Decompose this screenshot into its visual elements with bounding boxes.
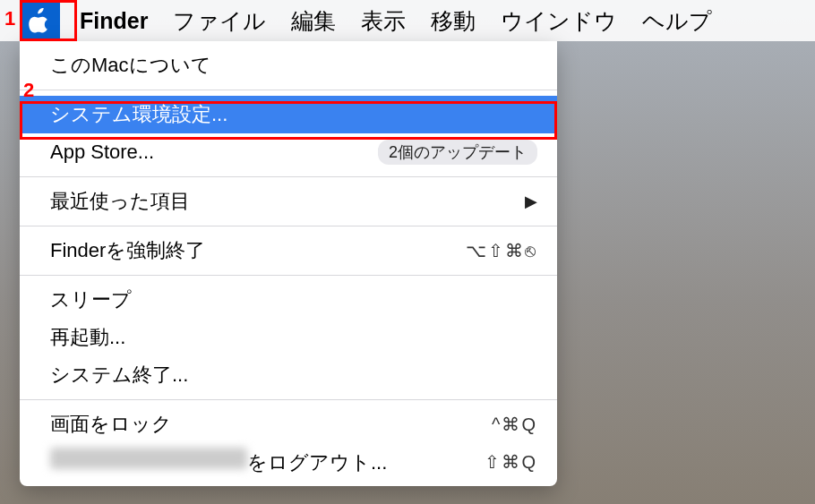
menubar: Finder ファイル 編集 表示 移動 ウインドウ ヘルプ xyxy=(0,0,815,41)
logout-suffix: をログアウト... xyxy=(247,451,387,474)
menubar-item-file[interactable]: ファイル xyxy=(160,0,279,41)
menubar-app-name[interactable]: Finder xyxy=(60,0,160,41)
blurred-username xyxy=(50,448,247,469)
menubar-item-help[interactable]: ヘルプ xyxy=(630,0,725,41)
menu-app-store[interactable]: App Store... 2個のアップデート xyxy=(20,133,557,171)
menu-sleep[interactable]: スリープ xyxy=(20,281,557,319)
menu-label: 最近使った項目 xyxy=(50,188,525,215)
menubar-item-window[interactable]: ウインドウ xyxy=(488,0,630,41)
menu-label: システム環境設定... xyxy=(50,101,537,128)
menu-label: システム終了... xyxy=(50,362,537,389)
menu-separator xyxy=(20,226,557,226)
menu-force-quit[interactable]: Finderを強制終了 ⌥⇧⌘⎋ xyxy=(20,232,557,269)
update-badge: 2個のアップデート xyxy=(378,140,537,165)
menu-label: をログアウト... xyxy=(50,448,485,476)
menubar-item-view[interactable]: 表示 xyxy=(348,0,418,41)
menu-label: 再起動... xyxy=(50,324,537,351)
menu-separator xyxy=(20,275,557,276)
menu-recent-items[interactable]: 最近使った項目 ▶ xyxy=(20,183,557,220)
menu-logout[interactable]: をログアウト... ⇧⌘Q xyxy=(20,443,557,481)
menu-system-preferences[interactable]: システム環境設定... xyxy=(20,96,557,133)
keyboard-shortcut: ⇧⌘Q xyxy=(485,451,537,473)
menu-shutdown[interactable]: システム終了... xyxy=(20,356,557,394)
menu-label: このMacについて xyxy=(50,52,537,79)
menu-label: Finderを強制終了 xyxy=(50,237,466,264)
keyboard-shortcut: ⌥⇧⌘⎋ xyxy=(466,240,537,261)
menubar-item-edit[interactable]: 編集 xyxy=(279,0,348,41)
apple-menu-button[interactable] xyxy=(20,0,60,41)
menu-label: 画面をロック xyxy=(50,411,492,438)
menu-label: スリープ xyxy=(50,286,537,313)
menu-separator xyxy=(20,90,557,90)
menu-lock-screen[interactable]: 画面をロック ^⌘Q xyxy=(20,406,557,443)
menubar-item-go[interactable]: 移動 xyxy=(418,0,488,41)
menu-about-this-mac[interactable]: このMacについて xyxy=(20,47,557,84)
menu-separator xyxy=(20,176,557,177)
menu-label: App Store... xyxy=(50,141,378,164)
keyboard-shortcut: ^⌘Q xyxy=(492,414,537,435)
submenu-arrow-icon: ▶ xyxy=(525,192,537,211)
menu-separator xyxy=(20,399,557,400)
apple-menu-dropdown: このMacについて システム環境設定... App Store... 2個のアッ… xyxy=(20,41,557,486)
apple-logo-icon xyxy=(29,7,52,34)
menu-restart[interactable]: 再起動... xyxy=(20,319,557,356)
